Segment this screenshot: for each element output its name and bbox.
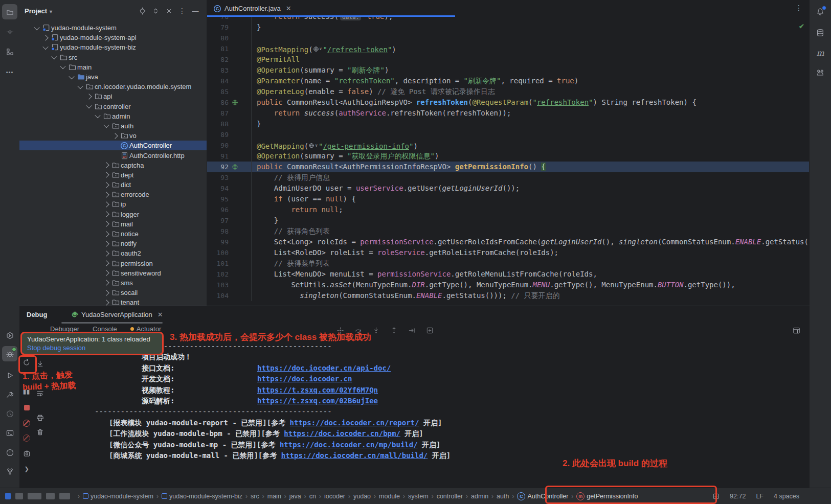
line-number[interactable]: 85	[207, 86, 229, 97]
chevron-right-icon[interactable]	[102, 271, 110, 275]
chevron-right-icon[interactable]	[102, 261, 110, 265]
breadcrumb-yudao[interactable]: yudao	[353, 493, 371, 500]
tree-item-sensitiveword[interactable]: sensitiveword	[19, 268, 207, 278]
collapse-all-icon[interactable]	[163, 5, 175, 17]
chevron-down-icon[interactable]	[32, 26, 41, 30]
tree-item-AuthController[interactable]: CAuthController	[19, 141, 207, 150]
line-number[interactable]: 100	[207, 247, 229, 258]
evaluate-expression-icon[interactable]	[426, 327, 434, 334]
notifications-icon[interactable]	[813, 4, 828, 19]
tree-item-auth[interactable]: auth	[19, 121, 207, 131]
chevron-right-icon[interactable]	[102, 193, 110, 197]
close-session-icon[interactable]: ✕	[158, 311, 163, 318]
problems-icon[interactable]	[2, 445, 17, 460]
tree-item-tenant[interactable]: tenant	[19, 297, 207, 306]
line-number[interactable]: 104	[207, 290, 229, 301]
breadcrumb-src[interactable]: src	[251, 493, 259, 500]
openapi-inlay-icon[interactable]: ∨	[308, 140, 318, 151]
console-link[interactable]: https://doc.iocoder.cn/bpm/	[284, 428, 400, 439]
toolbar-chevron-icon[interactable]: ❯	[20, 463, 33, 475]
breadcrumb-controller[interactable]: controller	[437, 493, 463, 500]
tab-authcontroller-java[interactable]: C AuthController.java ✕	[207, 0, 297, 17]
line-number[interactable]: 96	[207, 204, 229, 215]
chevron-down-icon[interactable]	[41, 45, 50, 50]
chevron-right-icon[interactable]	[84, 95, 93, 99]
chevron-right-icon[interactable]	[41, 36, 50, 40]
tree-item-dict[interactable]: dict	[19, 180, 207, 190]
console-link[interactable]: https://doc.iocoder.cn	[257, 374, 352, 384]
breadcrumb-java[interactable]: java	[289, 493, 301, 500]
step-out-icon[interactable]	[390, 327, 398, 334]
breadcrumb-main[interactable]: main	[267, 493, 281, 500]
console-link[interactable]: https://doc.iocoder.cn/report/	[290, 418, 419, 428]
clear-console-icon[interactable]	[34, 426, 46, 438]
chevron-right-icon[interactable]	[102, 251, 110, 256]
line-number[interactable]: 83	[207, 65, 229, 76]
line-number[interactable]: 90	[207, 140, 229, 151]
line-number[interactable]: 99	[207, 237, 229, 247]
more-vertical-icon[interactable]: ⋮	[176, 5, 188, 17]
mute-breakpoints-icon[interactable]	[20, 432, 33, 444]
console-link[interactable]: https://doc.iocoder.cn/api-doc/	[257, 363, 391, 374]
services-icon[interactable]	[2, 328, 17, 343]
tree-item-oauth2[interactable]: oauth2	[19, 248, 207, 258]
tree-item-notify[interactable]: notify	[19, 239, 207, 248]
project-panel-title[interactable]: Project▾	[25, 7, 52, 15]
line-number[interactable]: 97	[207, 215, 229, 226]
line-number[interactable]: 101	[207, 258, 229, 269]
line-number[interactable]: 86	[207, 97, 229, 108]
more-tools-icon[interactable]: •••	[2, 64, 17, 80]
api-endpoint-gutter-icon[interactable]	[229, 97, 252, 108]
console-link[interactable]: https://doc.iocoder.cn/mall/build/	[281, 450, 428, 461]
console-output[interactable]: ----------------------------------------…	[95, 341, 804, 488]
print-console-icon[interactable]	[34, 411, 46, 424]
line-number[interactable]: 103	[207, 280, 229, 290]
chevron-right-icon[interactable]	[102, 163, 110, 167]
chevron-down-icon[interactable]	[84, 104, 93, 108]
indent-style[interactable]: 4 spaces	[774, 493, 799, 500]
run-to-cursor-icon[interactable]	[408, 327, 416, 334]
tree-item-yudao-module-system[interactable]: yudao-module-system	[19, 23, 207, 33]
line-number[interactable]: 88	[207, 119, 229, 129]
chevron-down-icon[interactable]	[67, 75, 76, 79]
debug-session-tab[interactable]: ⟳ YudaoServerApplication ✕	[68, 306, 167, 323]
chevron-right-icon[interactable]	[102, 212, 110, 216]
tree-item-captcha[interactable]: captcha	[19, 161, 207, 170]
line-number[interactable]: 92	[207, 162, 229, 172]
profiler-icon[interactable]	[2, 406, 17, 421]
chevron-down-icon[interactable]	[50, 55, 58, 59]
chevron-down-icon[interactable]	[102, 124, 110, 128]
breadcrumb-yudao-module-system[interactable]: yudao-module-system	[83, 493, 153, 500]
line-number[interactable]: 89	[207, 129, 229, 140]
tree-item-src[interactable]: src	[19, 53, 207, 62]
terminal-icon[interactable]	[2, 425, 17, 441]
thread-dump-icon[interactable]	[20, 447, 33, 460]
openapi-inlay-icon[interactable]: ∨	[313, 43, 322, 54]
project-folder-icon[interactable]	[2, 4, 17, 19]
tree-item-controller[interactable]: controller	[19, 102, 207, 111]
chevron-right-icon[interactable]	[102, 301, 110, 305]
debug-icon[interactable]	[2, 346, 17, 361]
tree-item-main[interactable]: main	[19, 62, 207, 72]
tree-item-socail[interactable]: socail	[19, 288, 207, 297]
database-icon[interactable]	[813, 25, 828, 40]
line-number[interactable]: 93	[207, 172, 229, 183]
gradle-icon[interactable]	[813, 65, 828, 80]
editor-options-icon[interactable]: ⋮	[795, 4, 802, 12]
console-link[interactable]: https://t.zsxq.com/02B6ujIee	[257, 396, 378, 406]
chevron-right-icon[interactable]	[102, 281, 110, 285]
chevron-right-icon[interactable]	[102, 232, 110, 236]
line-number[interactable]: 78	[207, 17, 229, 22]
console-link[interactable]: https://t.zsxq.com/02Yf6M7Qn	[257, 385, 378, 396]
line-number[interactable]: 81	[207, 43, 229, 54]
tree-item-errorcode[interactable]: errorcode	[19, 190, 207, 199]
api-endpoint-gutter-icon[interactable]	[229, 162, 252, 172]
tree-item-vo[interactable]: vo	[19, 131, 207, 141]
layout-settings-icon[interactable]	[793, 327, 800, 334]
breadcrumb-iocoder[interactable]: iocoder	[324, 493, 345, 500]
run-icon[interactable]	[2, 368, 17, 383]
chevron-right-icon[interactable]	[102, 183, 110, 187]
view-breakpoints-icon[interactable]	[20, 417, 33, 429]
chevron-down-icon[interactable]	[76, 85, 84, 89]
tree-item-ip[interactable]: ip	[19, 199, 207, 209]
